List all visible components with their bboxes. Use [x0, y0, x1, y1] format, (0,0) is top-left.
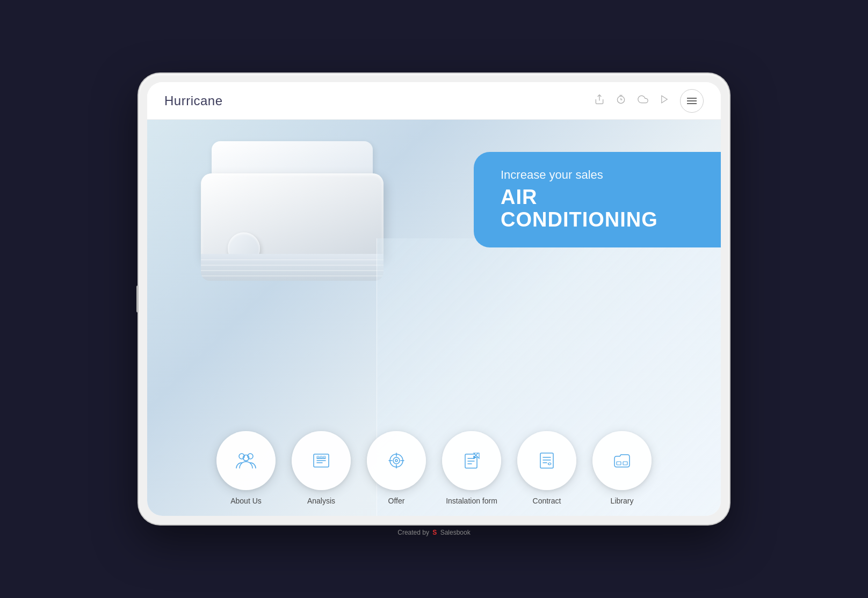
svg-rect-33 [623, 462, 627, 465]
watermark-text: Created by [397, 529, 429, 536]
bottom-navigation: About Us [147, 431, 721, 505]
nav-circle-offer [367, 431, 426, 490]
nav-item-contract[interactable]: Contract [517, 431, 576, 505]
nav-item-offer[interactable]: Offer [367, 431, 426, 505]
nav-circle-contract [517, 431, 576, 490]
svg-rect-15 [320, 456, 322, 458]
hero-subtitle: Increase your sales [501, 168, 699, 182]
share-icon[interactable] [594, 94, 605, 107]
device-frame: Hurricane [139, 74, 729, 524]
timer-icon[interactable] [616, 94, 626, 107]
device-screen: Hurricane [147, 82, 721, 516]
nav-item-analysis[interactable]: Analysis [292, 431, 351, 505]
app-title: Hurricane [164, 93, 223, 108]
hero-section: Increase your sales AIR CONDITIONING [147, 120, 721, 516]
nav-label-about-us: About Us [230, 497, 262, 505]
svg-point-19 [395, 460, 397, 462]
svg-rect-32 [617, 462, 621, 465]
toolbar-icons [594, 89, 704, 113]
svg-rect-28 [540, 453, 553, 468]
nav-circle-installation-form [442, 431, 501, 490]
nav-label-analysis: Analysis [307, 497, 335, 505]
svg-point-18 [393, 457, 400, 464]
brand-icon: S [432, 529, 437, 536]
nav-label-installation-form: Instalation form [446, 497, 497, 505]
nav-circle-analysis [292, 431, 351, 490]
svg-marker-3 [662, 96, 668, 103]
svg-rect-14 [317, 456, 319, 458]
nav-circle-library [592, 431, 652, 490]
nav-item-about-us[interactable]: About Us [216, 431, 276, 505]
nav-label-contract: Contract [533, 497, 561, 505]
svg-rect-16 [323, 456, 326, 458]
ac-unit-image [190, 141, 394, 324]
top-bar: Hurricane [147, 82, 721, 120]
hero-banner: Increase your sales AIR CONDITIONING [474, 152, 721, 247]
side-button [136, 286, 139, 312]
nav-item-installation-form[interactable]: Instalation form [442, 431, 501, 505]
hero-title: AIR CONDITIONING [501, 186, 699, 231]
nav-label-library: Library [611, 497, 634, 505]
play-icon[interactable] [660, 94, 669, 107]
nav-label-offer: Offer [388, 497, 405, 505]
nav-item-library[interactable]: Library [592, 431, 652, 505]
cloud-icon[interactable] [637, 94, 649, 107]
watermark-brand: Salesbook [440, 529, 471, 536]
watermark: Created by S Salesbook [393, 524, 474, 541]
menu-button[interactable] [680, 89, 704, 113]
nav-circle-about-us [216, 431, 276, 490]
